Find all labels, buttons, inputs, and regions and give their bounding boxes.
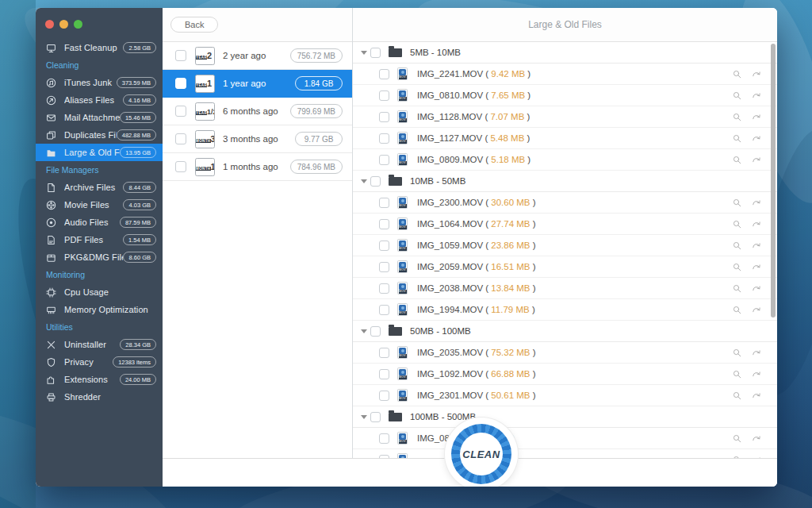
- reveal-button[interactable]: [752, 263, 761, 272]
- disclosure-triangle-icon[interactable]: [361, 415, 367, 419]
- timeline-row-3-months-ago[interactable]: MONTH33 months ago9.77 GB: [163, 125, 352, 153]
- scrollbar-thumb[interactable]: [771, 44, 776, 318]
- sidebar-item-duplicates-files[interactable]: Duplicates Files482.88 MB: [36, 126, 163, 144]
- group-header-50MB-100MB[interactable]: 50MB - 100MB: [353, 321, 777, 342]
- checkbox[interactable]: [379, 133, 389, 144]
- reveal-button[interactable]: [752, 284, 761, 294]
- checkbox[interactable]: [370, 176, 381, 187]
- checkbox[interactable]: [370, 48, 381, 58]
- file-row-IMG_2038-MOV[interactable]: MOVIMG_2038.MOV ( 13.84 MB ): [353, 278, 777, 299]
- checkbox[interactable]: [370, 326, 381, 337]
- sidebar-item-movie-files[interactable]: Movie Files4.03 GB: [36, 196, 163, 214]
- preview-button[interactable]: [733, 220, 742, 229]
- preview-button[interactable]: [733, 391, 742, 401]
- preview-button[interactable]: [733, 113, 742, 122]
- sidebar-item-memory-optimization[interactable]: Memory Optimization: [36, 301, 163, 318]
- sidebar-item-extensions[interactable]: Extensions24.00 MB: [36, 371, 163, 388]
- checkbox[interactable]: [379, 241, 389, 251]
- reveal-button[interactable]: [752, 306, 761, 315]
- checkbox[interactable]: [379, 155, 389, 165]
- preview-button[interactable]: [733, 263, 742, 272]
- file-row-IMG_0809-MOV[interactable]: MOVIMG_0809.MOV ( 5.18 MB ): [353, 149, 777, 171]
- file-row-IMG_1059-MOV[interactable]: MOVIMG_1059.MOV ( 23.86 MB ): [353, 235, 777, 256]
- preview-button[interactable]: [733, 134, 742, 144]
- reveal-button[interactable]: [752, 370, 761, 379]
- sidebar-item-aliases-files[interactable]: Aliases Files4.16 MB: [36, 91, 163, 109]
- file-row-IMG_2301-MOV[interactable]: MOVIMG_2301.MOV ( 50.61 MB ): [353, 385, 777, 406]
- reveal-button[interactable]: [752, 134, 761, 144]
- reveal-button[interactable]: [752, 220, 761, 229]
- reveal-button[interactable]: [752, 391, 761, 401]
- preview-button[interactable]: [733, 370, 742, 379]
- checkbox[interactable]: [379, 283, 389, 294]
- close-button[interactable]: [45, 20, 54, 29]
- checkbox[interactable]: [379, 433, 389, 444]
- clean-button[interactable]: CLEAN: [445, 418, 518, 487]
- preview-button[interactable]: [733, 198, 742, 208]
- sidebar-item-pkg-dmg-files[interactable]: PKG&DMG Files8.60 GB: [36, 248, 163, 266]
- sidebar-item-fast-cleanup[interactable]: Fast Cleanup2.58 GB: [36, 39, 163, 56]
- checkbox[interactable]: [379, 391, 389, 401]
- preview-button[interactable]: [733, 284, 742, 294]
- group-header-5MB-10MB[interactable]: 5MB - 10MB: [353, 42, 777, 64]
- disclosure-triangle-icon[interactable]: [361, 179, 367, 183]
- sidebar-item-archive-files[interactable]: Archive Files8.44 GB: [36, 179, 163, 196]
- file-row-IMG_1092-MOV[interactable]: MOVIMG_1092.MOV ( 66.88 MB ): [353, 364, 777, 385]
- timeline-row-6-months-ago[interactable]: YEAR1/26 months ago799.69 MB: [163, 98, 352, 125]
- reveal-button[interactable]: [752, 156, 761, 165]
- file-row-IMG_0810-MOV[interactable]: MOVIMG_0810.MOV ( 7.65 MB ): [353, 85, 777, 106]
- preview-button[interactable]: [733, 434, 742, 444]
- checkbox[interactable]: [175, 50, 186, 61]
- checkbox[interactable]: [379, 198, 389, 208]
- reveal-button[interactable]: [752, 113, 761, 122]
- file-row-IMG_1128-MOV[interactable]: MOVIMG_1128.MOV ( 7.07 MB ): [353, 106, 777, 128]
- file-row-IMG_2300-MOV[interactable]: MOVIMG_2300.MOV ( 30.60 MB ): [353, 192, 777, 214]
- sidebar-item-mail-attachments[interactable]: Mail Attachments15.46 MB: [36, 109, 163, 126]
- disclosure-triangle-icon[interactable]: [361, 51, 367, 55]
- checkbox[interactable]: [379, 112, 389, 122]
- sidebar-item-pdf-files[interactable]: PDF Files1.54 MB: [36, 231, 163, 248]
- reveal-button[interactable]: [752, 434, 761, 444]
- preview-button[interactable]: [733, 91, 742, 101]
- sidebar-item-itunes-junk[interactable]: iTunes Junk373.59 MB: [36, 74, 163, 91]
- checkbox[interactable]: [379, 90, 389, 101]
- file-row-IMG_2035-MOV[interactable]: MOVIMG_2035.MOV ( 75.32 MB ): [353, 342, 777, 364]
- back-button[interactable]: Back: [170, 17, 218, 33]
- reveal-button[interactable]: [752, 241, 761, 251]
- file-row-IMG_1127-MOV[interactable]: MOVIMG_1127.MOV ( 5.48 MB ): [353, 128, 777, 149]
- reveal-button[interactable]: [752, 91, 761, 101]
- preview-button[interactable]: [733, 156, 742, 165]
- checkbox[interactable]: [379, 305, 389, 315]
- sidebar-item-cpu-usage[interactable]: Cpu Usage: [36, 283, 163, 301]
- reveal-button[interactable]: [752, 70, 761, 79]
- sidebar-item-shredder[interactable]: Shredder: [36, 388, 163, 406]
- timeline-row-2-year-ago[interactable]: YEAR22 year ago756.72 MB: [163, 42, 352, 70]
- reveal-button[interactable]: [752, 348, 761, 358]
- preview-button[interactable]: [733, 348, 742, 358]
- checkbox[interactable]: [175, 106, 186, 117]
- checkbox[interactable]: [175, 78, 186, 89]
- zoom-button[interactable]: [74, 20, 82, 29]
- checkbox[interactable]: [379, 262, 389, 272]
- file-row-IMG_1064-MOV[interactable]: MOVIMG_1064.MOV ( 27.74 MB ): [353, 214, 777, 235]
- preview-button[interactable]: [733, 70, 742, 79]
- preview-button[interactable]: [733, 306, 742, 315]
- disclosure-triangle-icon[interactable]: [361, 329, 367, 333]
- checkbox[interactable]: [379, 219, 389, 229]
- checkbox[interactable]: [175, 133, 186, 144]
- reveal-button[interactable]: [752, 198, 761, 208]
- checkbox[interactable]: [175, 161, 186, 172]
- sidebar-item-privacy[interactable]: Privacy12383 items: [36, 353, 163, 371]
- group-header-100MB-500MB[interactable]: 100MB - 500MB: [353, 406, 777, 428]
- sidebar-item-uninstaller[interactable]: Uninstaller28.34 GB: [36, 336, 163, 353]
- checkbox[interactable]: [370, 412, 381, 422]
- checkbox[interactable]: [379, 369, 389, 379]
- file-row-IMG_2241-MOV[interactable]: MOVIMG_2241.MOV ( 9.42 MB ): [353, 64, 777, 85]
- sidebar-item-large-old-files[interactable]: Large & Old Files13.95 GB: [36, 144, 163, 161]
- checkbox[interactable]: [379, 69, 389, 79]
- minimize-button[interactable]: [59, 20, 68, 29]
- preview-button[interactable]: [733, 241, 742, 251]
- sidebar-item-audio-files[interactable]: Audio Files87.59 MB: [36, 214, 163, 231]
- checkbox[interactable]: [379, 348, 389, 358]
- timeline-row-1-year-ago[interactable]: YEAR11 year ago1.84 GB: [163, 70, 352, 98]
